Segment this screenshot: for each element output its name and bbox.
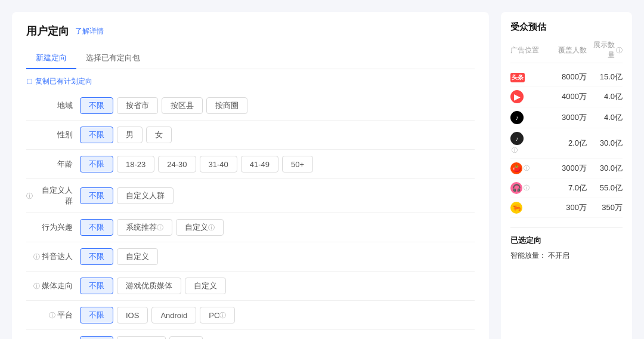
douyin-kol-row: ⓘ 抖音达人 不限 自定义 — [26, 242, 475, 271]
media-game[interactable]: 游戏优质媒体 — [117, 278, 181, 294]
pipixia-show: 350万 — [587, 202, 623, 213]
show-info-icon: ⓘ — [616, 46, 623, 55]
device-smartphone[interactable]: 智能手机 — [117, 336, 166, 339]
age-50plus[interactable]: 50+ — [282, 156, 313, 172]
fanqie-info-icon: ⓘ — [524, 164, 530, 172]
media-unlimited[interactable]: 不限 — [80, 278, 113, 294]
behavior-options: 不限 系统推荐 ⓘ 自定义 ⓘ — [80, 219, 224, 236]
copy-icon: ☐ — [26, 78, 33, 86]
pipixia-reach: 300万 — [546, 202, 587, 213]
kol-unlimited[interactable]: 不限 — [80, 248, 113, 265]
custom-audience-custom[interactable]: 自定义人群 — [117, 187, 174, 204]
region-by-province[interactable]: 按省市 — [117, 97, 158, 114]
audience-row-pipixia: 🦐 300万 350万 — [510, 198, 623, 218]
audience-row-xigua: ▶ 4000万 4.0亿 — [510, 87, 623, 107]
platform-ios[interactable]: IOS — [117, 307, 148, 323]
gender-options: 不限 男 女 — [80, 127, 172, 143]
audience-row-lanren: 🎧 ⓘ 7.0亿 55.0亿 — [510, 178, 623, 198]
huoshan-info-icon: ⓘ — [512, 147, 518, 153]
douyin-reach: 3000万 — [546, 112, 587, 123]
region-label: 地域 — [26, 100, 80, 111]
media-options: 不限 游戏优质媒体 自定义 — [80, 278, 226, 294]
douyin-kol-options: 不限 自定义 — [80, 248, 158, 265]
tab-existing-targeting[interactable]: 选择已有定向包 — [76, 48, 150, 69]
gender-female[interactable]: 女 — [146, 127, 172, 143]
region-by-circle[interactable]: 按商圈 — [206, 97, 247, 114]
copy-plan-link[interactable]: ☐ 复制已有计划定向 — [26, 76, 475, 87]
toutiao-show: 15.0亿 — [587, 72, 623, 82]
page-title: 用户定向 — [26, 24, 69, 38]
xigua-reach: 4000万 — [546, 91, 587, 102]
platform-pc[interactable]: PC ⓘ — [200, 307, 235, 323]
region-by-district[interactable]: 按区县 — [162, 97, 203, 114]
fanqie-reach: 3000万 — [546, 163, 587, 174]
platform-options: 不限 IOS Android PC ⓘ — [80, 307, 235, 323]
col-position-header: 广告位置 — [510, 45, 546, 56]
custom-audience-options: 不限 自定义人群 — [80, 187, 174, 204]
tab-bar: 新建定向 选择已有定向包 — [26, 48, 475, 69]
audience-title: 受众预估 — [510, 21, 623, 33]
behavior-custom[interactable]: 自定义 ⓘ — [176, 219, 224, 236]
targeting-form: 地域 不限 按省市 按区县 按商圈 性别 不限 男 女 — [26, 91, 475, 339]
audience-table: 广告位置 覆盖人数 展示数量 ⓘ 头条 8000万 15.0亿 ▶ 4000万 … — [510, 40, 623, 218]
age-row: 年龄 不限 18-23 24-30 31-40 41-49 50+ — [26, 150, 475, 178]
tab-new-targeting[interactable]: 新建定向 — [26, 48, 76, 69]
age-24-30[interactable]: 24-30 — [158, 156, 196, 172]
gender-label: 性别 — [26, 130, 80, 140]
platform-pipixia-icon: 🦐 — [510, 202, 522, 214]
douyin-kol-label: ⓘ 抖音达人 — [26, 251, 80, 262]
gender-unlimited[interactable]: 不限 — [80, 127, 113, 143]
age-options: 不限 18-23 24-30 31-40 41-49 50+ — [80, 156, 313, 172]
kol-custom[interactable]: 自定义 — [117, 248, 158, 265]
behavior-unlimited[interactable]: 不限 — [80, 219, 113, 236]
info-icon-media: ⓘ — [33, 282, 40, 291]
custom-audience-unlimited[interactable]: 不限 — [80, 187, 113, 204]
lanren-show: 55.0亿 — [587, 183, 623, 193]
info-icon-system: ⓘ — [157, 223, 163, 232]
device-row: 设备类型 不限 智能手机 平板 — [26, 330, 475, 339]
region-unlimited[interactable]: 不限 — [80, 97, 113, 114]
behavior-system[interactable]: 系统推荐 ⓘ — [117, 219, 172, 236]
age-unlimited[interactable]: 不限 — [80, 156, 113, 172]
right-panel: 受众预估 广告位置 覆盖人数 展示数量 ⓘ 头条 8000万 15.0亿 ▶ — [501, 12, 632, 339]
platform-lanren-icon: 🎧 — [510, 182, 522, 194]
media-row: ⓘ 媒体走向 不限 游戏优质媒体 自定义 — [26, 272, 475, 300]
platform-douyin-icon: ♪ — [510, 111, 546, 124]
media-label: ⓘ 媒体走向 — [26, 281, 80, 291]
gender-male[interactable]: 男 — [117, 127, 143, 143]
fanqie-show: 30.0亿 — [587, 163, 623, 174]
platform-fanqie-icon: 🍅 — [510, 162, 522, 174]
device-tablet[interactable]: 平板 — [169, 336, 203, 339]
media-custom[interactable]: 自定义 — [185, 278, 226, 294]
learn-more-link[interactable]: 了解详情 — [75, 26, 104, 36]
age-18-23[interactable]: 18-23 — [117, 156, 154, 172]
audience-row-huoshan: ♪ ⓘ 2.0亿 30.0亿 — [510, 128, 623, 159]
audience-table-header: 广告位置 覆盖人数 展示数量 ⓘ — [510, 40, 623, 63]
device-unlimited[interactable]: 不限 — [80, 336, 113, 339]
audience-row-fanqie: 🍅 ⓘ 3000万 30.0亿 — [510, 159, 623, 178]
region-options: 不限 按省市 按区县 按商圈 — [80, 97, 247, 114]
behavior-label: 行为兴趣 — [26, 222, 80, 233]
audience-row-douyin: ♪ 3000万 4.0亿 — [510, 107, 623, 128]
toutiao-reach: 8000万 — [546, 72, 587, 82]
lanren-reach: 7.0亿 — [546, 183, 587, 193]
age-31-40[interactable]: 31-40 — [200, 156, 237, 172]
platform-unlimited[interactable]: 不限 — [80, 307, 113, 323]
info-icon-pc: ⓘ — [219, 311, 226, 320]
platform-label: ⓘ 平台 — [26, 310, 80, 320]
custom-audience-label: ⓘ 自定义人群 — [26, 185, 80, 207]
age-41-49[interactable]: 41-49 — [241, 156, 278, 172]
info-icon-behcustom: ⓘ — [208, 223, 215, 232]
huoshan-show: 30.0亿 — [587, 138, 623, 149]
left-panel: 用户定向 了解详情 新建定向 选择已有定向包 ☐ 复制已有计划定向 地域 不限 … — [12, 12, 489, 339]
selected-title: 已选定向 — [510, 235, 623, 246]
huoshan-reach: 2.0亿 — [546, 138, 587, 149]
info-icon-platform: ⓘ — [49, 311, 55, 320]
device-options: 不限 智能手机 平板 — [80, 336, 203, 339]
platform-row: ⓘ 平台 不限 IOS Android PC ⓘ — [26, 301, 475, 329]
platform-xigua-icon: ▶ — [510, 90, 546, 103]
selected-section: 已选定向 智能放量： 不开启 — [510, 227, 623, 261]
info-icon-kol: ⓘ — [33, 252, 40, 261]
platform-android[interactable]: Android — [151, 307, 196, 323]
col-show-header: 展示数量 ⓘ — [587, 40, 623, 60]
